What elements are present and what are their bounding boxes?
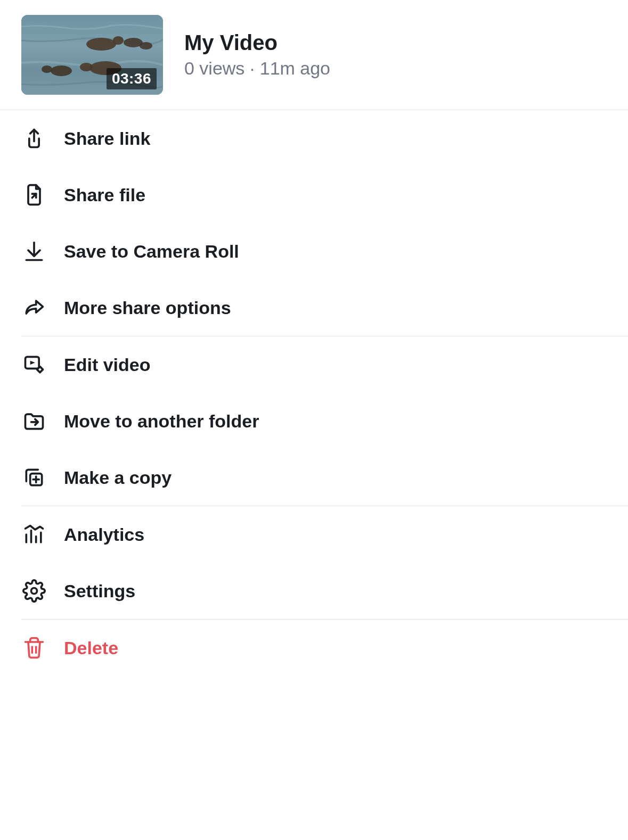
- video-title: My Video: [184, 31, 330, 55]
- svg-point-7: [51, 65, 72, 76]
- svg-point-8: [42, 65, 52, 73]
- settings-icon: [21, 578, 47, 604]
- edit-video-item[interactable]: Edit video: [21, 336, 628, 393]
- trash-icon: [21, 635, 47, 661]
- svg-point-11: [31, 588, 37, 594]
- more-share-item[interactable]: More share options: [21, 279, 628, 336]
- svg-point-1: [86, 38, 116, 51]
- share-file-icon: [21, 182, 47, 208]
- share-link-icon: [21, 126, 47, 151]
- video-subtitle: 0 views · 11m ago: [184, 58, 330, 79]
- svg-point-2: [113, 36, 124, 45]
- save-camera-roll-label: Save to Camera Roll: [64, 241, 239, 262]
- analytics-item[interactable]: Analytics: [21, 506, 628, 563]
- svg-point-4: [140, 42, 152, 50]
- video-header: 03:36 My Video 0 views · 11m ago: [0, 0, 628, 110]
- share-file-label: Share file: [64, 185, 145, 205]
- share-link-label: Share link: [64, 128, 151, 149]
- svg-point-6: [80, 63, 93, 71]
- delete-label: Delete: [64, 638, 118, 658]
- video-time-ago: 11m ago: [260, 58, 330, 78]
- delete-item[interactable]: Delete: [21, 620, 628, 676]
- share-arrow-icon: [21, 295, 47, 320]
- edit-video-label: Edit video: [64, 355, 150, 375]
- copy-icon: [21, 465, 47, 490]
- share-file-item[interactable]: Share file: [21, 167, 628, 223]
- analytics-icon: [21, 522, 47, 547]
- meta-separator: ·: [244, 58, 259, 78]
- analytics-label: Analytics: [64, 524, 144, 545]
- settings-label: Settings: [64, 581, 135, 602]
- video-thumbnail[interactable]: 03:36: [21, 15, 163, 95]
- make-copy-item[interactable]: Make a copy: [21, 449, 628, 506]
- move-folder-item[interactable]: Move to another folder: [21, 393, 628, 449]
- move-folder-icon: [21, 408, 47, 434]
- video-meta: My Video 0 views · 11m ago: [184, 31, 330, 79]
- share-link-item[interactable]: Share link: [21, 110, 628, 167]
- action-menu: Share link Share file Save to Camera Rol…: [0, 110, 628, 676]
- more-share-label: More share options: [64, 298, 231, 318]
- video-views: 0 views: [184, 58, 244, 78]
- duration-badge: 03:36: [107, 68, 157, 89]
- download-icon: [21, 238, 47, 264]
- edit-video-icon: [21, 352, 47, 377]
- settings-item[interactable]: Settings: [21, 563, 628, 619]
- save-camera-roll-item[interactable]: Save to Camera Roll: [21, 223, 628, 279]
- move-folder-label: Move to another folder: [64, 411, 259, 432]
- make-copy-label: Make a copy: [64, 467, 172, 488]
